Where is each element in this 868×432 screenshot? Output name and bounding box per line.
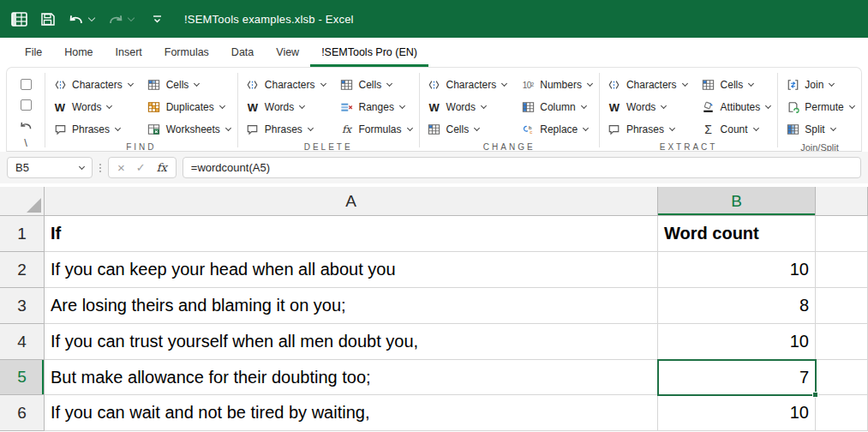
name-box[interactable]: B5 bbox=[7, 157, 93, 178]
semtools-checkbox-2[interactable] bbox=[21, 99, 32, 111]
chevron-down-icon bbox=[583, 125, 589, 131]
extract-phrases-button[interactable]: Phrases bbox=[607, 118, 687, 141]
column-header-a[interactable]: A bbox=[45, 187, 658, 216]
delete-ranges-button[interactable]: Ranges bbox=[339, 96, 412, 118]
row-header-4[interactable]: 4 bbox=[0, 324, 45, 360]
cell-A3[interactable]: Are losing theirs and blaming it on you; bbox=[45, 288, 658, 324]
name-box-dropdown-icon[interactable] bbox=[79, 163, 85, 169]
cells-icon bbox=[701, 78, 716, 92]
phrases-icon bbox=[52, 123, 68, 136]
insert-function-button[interactable]: fx bbox=[157, 161, 167, 174]
worksheet: A B 1 If Word count 2 If you can keep yo… bbox=[0, 187, 868, 432]
find-phrases-button[interactable]: Phrases bbox=[52, 118, 133, 141]
cell-A1[interactable]: If bbox=[45, 216, 658, 252]
cell-B4[interactable]: 10 bbox=[658, 324, 816, 360]
select-all-button[interactable] bbox=[0, 187, 45, 216]
words-icon bbox=[427, 100, 442, 114]
extract-characters-button[interactable]: Characters bbox=[607, 74, 687, 96]
change-cells-button[interactable]: Cells bbox=[427, 118, 507, 141]
cell-B2[interactable]: 10 bbox=[658, 252, 816, 288]
find-words-button[interactable]: Words bbox=[52, 96, 133, 118]
cell-A2[interactable]: If you can keep your head when all about… bbox=[45, 252, 658, 288]
chevron-down-icon bbox=[299, 103, 305, 109]
cell-C6[interactable] bbox=[816, 395, 868, 431]
ribbon-tab-bar: File Home Insert Formulas Data View !SEM… bbox=[0, 38, 868, 67]
row-header-5[interactable]: 5 bbox=[0, 360, 45, 395]
find-duplicates-button[interactable]: Duplicates bbox=[147, 96, 230, 118]
row-header-2[interactable]: 2 bbox=[0, 252, 45, 288]
formula-input[interactable]: =wordcount(A5) bbox=[183, 157, 861, 178]
change-words-button[interactable]: Words bbox=[427, 96, 507, 118]
undo-dropdown-icon[interactable] bbox=[88, 14, 95, 21]
cancel-button[interactable]: × bbox=[117, 161, 125, 174]
tab-view[interactable]: View bbox=[265, 38, 310, 67]
redo-dropdown-icon[interactable] bbox=[128, 14, 135, 21]
cell-B3[interactable]: 8 bbox=[658, 288, 816, 324]
tab-insert[interactable]: Insert bbox=[105, 38, 153, 67]
semtools-checkbox-1[interactable] bbox=[21, 79, 32, 90]
cell-B5-selected[interactable]: 7 bbox=[658, 360, 816, 395]
tab-home[interactable]: Home bbox=[53, 38, 104, 67]
chevron-down-icon bbox=[849, 103, 855, 109]
words-icon bbox=[607, 100, 622, 114]
chevron-down-icon bbox=[406, 125, 412, 131]
tab-file[interactable]: File bbox=[14, 38, 53, 67]
chevron-down-icon bbox=[830, 125, 836, 131]
extract-cells-button[interactable]: Cells bbox=[701, 74, 771, 96]
characters-icon bbox=[607, 78, 622, 92]
join-button[interactable]: Join bbox=[785, 74, 853, 96]
delete-phrases-button[interactable]: Phrases bbox=[245, 118, 326, 141]
formulas-icon bbox=[339, 123, 355, 136]
row-header-1[interactable]: 1 bbox=[0, 216, 45, 252]
tab-data[interactable]: Data bbox=[220, 38, 265, 67]
cell-A6[interactable]: If you can wait and not be tired by wait… bbox=[45, 395, 658, 431]
delete-cells-button[interactable]: Cells bbox=[339, 74, 412, 96]
find-worksheets-button[interactable]: Worksheets bbox=[147, 118, 230, 141]
backslash-button[interactable]: \ bbox=[24, 136, 27, 151]
cell-B6[interactable]: 10 bbox=[658, 395, 816, 431]
column-header-c[interactable] bbox=[816, 187, 868, 216]
extract-attributes-button[interactable]: Attibutes bbox=[701, 96, 771, 118]
cell-B1[interactable]: Word count bbox=[658, 216, 816, 252]
change-characters-button[interactable]: Characters bbox=[427, 74, 507, 96]
phrases-icon bbox=[607, 123, 622, 136]
cell-A5[interactable]: But make allowance for their doubting to… bbox=[45, 360, 658, 395]
customize-quick-access-icon[interactable] bbox=[152, 14, 163, 24]
cell-A4[interactable]: If you can trust yourself when all men d… bbox=[45, 324, 658, 360]
column-header-b[interactable]: B bbox=[658, 187, 816, 216]
fill-handle[interactable] bbox=[812, 392, 818, 398]
extract-words-button[interactable]: Words bbox=[607, 96, 687, 118]
delete-characters-button[interactable]: Characters bbox=[245, 74, 326, 96]
tab-semtools-pro[interactable]: !SEMTools Pro (EN) bbox=[310, 38, 428, 67]
split-button[interactable]: Split bbox=[785, 118, 853, 141]
row-header-3[interactable]: 3 bbox=[0, 288, 45, 324]
cell-C1[interactable] bbox=[816, 216, 868, 252]
cell-C5[interactable] bbox=[816, 360, 868, 395]
delete-words-button[interactable]: Words bbox=[245, 96, 326, 118]
change-column-button[interactable]: Column bbox=[520, 96, 592, 118]
save-icon[interactable] bbox=[40, 12, 55, 27]
delete-formulas-button[interactable]: Formulas bbox=[339, 118, 412, 141]
permute-button[interactable]: Permute bbox=[785, 96, 853, 118]
change-numbers-button[interactable]: Numbers bbox=[520, 74, 592, 96]
chevron-down-icon bbox=[106, 103, 112, 109]
chevron-down-icon bbox=[587, 81, 593, 87]
cell-C2[interactable] bbox=[816, 252, 868, 288]
phrases-icon bbox=[245, 123, 260, 136]
group-label-delete: DELETE bbox=[245, 141, 412, 152]
enter-button[interactable]: ✓ bbox=[136, 162, 146, 173]
extract-count-button[interactable]: Count bbox=[701, 118, 771, 141]
cell-C3[interactable] bbox=[816, 288, 868, 324]
find-cells-button[interactable]: Cells bbox=[147, 74, 230, 96]
formula-bar-drag-handle[interactable] bbox=[99, 164, 102, 172]
tab-formulas[interactable]: Formulas bbox=[153, 38, 220, 67]
change-replace-button[interactable]: bc Replace bbox=[520, 118, 592, 141]
find-characters-button[interactable]: Characters bbox=[52, 74, 133, 96]
row-header-6[interactable]: 6 bbox=[0, 395, 45, 431]
ribbon-undo-button[interactable] bbox=[19, 116, 33, 136]
replace-icon: bc bbox=[520, 123, 536, 136]
redo-button[interactable] bbox=[107, 12, 134, 27]
undo-button[interactable] bbox=[68, 12, 94, 27]
cell-C4[interactable] bbox=[816, 324, 868, 360]
chevron-down-icon bbox=[474, 125, 480, 131]
